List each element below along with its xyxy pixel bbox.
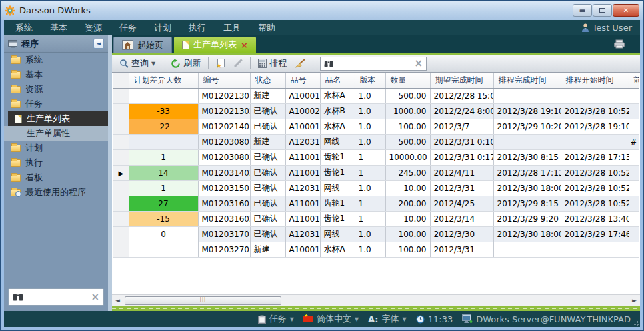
table-row[interactable]: 1M012031501已确认A12031网线1.010.002012/3/312…	[113, 180, 639, 196]
printer-icon[interactable]	[613, 39, 625, 49]
cell[interactable]	[129, 88, 198, 103]
cell[interactable]	[629, 242, 639, 257]
cell[interactable]: 已确认	[250, 226, 285, 242]
cell[interactable]: 2012/3/29 8:15	[493, 196, 561, 211]
cell[interactable]: 1	[355, 196, 385, 211]
sidebar-item-3[interactable]: 任务	[4, 97, 108, 111]
cell[interactable]	[493, 88, 561, 103]
table-row[interactable]: M012032701新建A10001水杯A1.0100.002012/3/31	[113, 242, 639, 257]
cell[interactable]: 1	[355, 149, 385, 165]
cell[interactable]: 水杯A	[320, 242, 355, 257]
menu-item-2[interactable]: 资源	[76, 23, 111, 33]
query-dropdown-icon[interactable]: ▼	[151, 61, 155, 67]
maximize-button[interactable]	[593, 4, 612, 17]
statusbar-font-menu[interactable]: A: 字体 ▼	[368, 313, 407, 325]
cell[interactable]: 2012/2/24 8:00	[430, 103, 493, 119]
row-selector[interactable]: ▶	[113, 165, 129, 180]
cell[interactable]: 水杯A	[320, 119, 355, 134]
cell[interactable]: 2012/3/29 10:20	[493, 119, 561, 134]
row-selector[interactable]	[113, 149, 129, 165]
cell[interactable]	[629, 88, 639, 103]
cell[interactable]: A11001	[285, 196, 320, 211]
tab-0[interactable]: 起始页	[113, 37, 172, 53]
grid-search-clear-icon[interactable]: ×	[415, 59, 423, 69]
menu-item-6[interactable]: 工具	[215, 23, 249, 33]
cell[interactable]: 1.0	[355, 119, 385, 134]
column-header-1[interactable]: 编号	[198, 73, 250, 88]
edit-button[interactable]	[231, 57, 245, 69]
cell[interactable]: 100.00	[385, 119, 430, 134]
cell[interactable]: 500.00	[385, 88, 430, 103]
cell[interactable]: 0	[129, 226, 198, 242]
cell[interactable]	[629, 119, 639, 134]
cell[interactable]	[629, 165, 639, 180]
cell[interactable]: 14	[129, 165, 198, 180]
cell[interactable]: 已确认	[250, 103, 285, 119]
cell[interactable]: A10001	[285, 242, 320, 257]
menu-item-0[interactable]: 系统	[7, 23, 41, 33]
table-row[interactable]: M012030801新建A12031网线1.0500.002012/3/31 0…	[113, 134, 639, 149]
column-header-3[interactable]: 品号	[285, 73, 320, 88]
row-selector[interactable]	[113, 119, 129, 134]
cell[interactable]: 2012/4/25	[430, 196, 493, 211]
cell[interactable]: 2012/3/29 17:46	[561, 226, 629, 242]
cell[interactable]: 齿轮1	[320, 196, 355, 211]
cell[interactable]: 2012/3/28 17:13	[493, 165, 561, 180]
cell[interactable]: 已确认	[250, 211, 285, 226]
cell[interactable]: 1.0	[355, 134, 385, 149]
cell[interactable]: 100.00	[385, 242, 430, 257]
cell[interactable]: 2012/3/28 19:10	[561, 119, 629, 134]
sidebar-item-5[interactable]: 生产单属性	[4, 126, 108, 141]
cell[interactable]: M012030801	[198, 134, 250, 149]
menu-item-1[interactable]: 基本	[41, 23, 76, 33]
cell[interactable]: 2012/3/30 18:00	[493, 180, 561, 196]
statusbar-language-menu[interactable]: 简体中文 ▼	[303, 313, 359, 325]
cell[interactable]: A10002	[285, 103, 320, 119]
schedule-button[interactable]: 排程	[256, 56, 289, 71]
cell[interactable]: M012021301	[198, 88, 250, 103]
cell[interactable]: 齿轮1	[320, 149, 355, 165]
new-button[interactable]: ★	[214, 57, 227, 70]
row-selector[interactable]	[113, 196, 129, 211]
table-row[interactable]: 27M012031601已确认A11001齿轮11200.002012/4/25…	[113, 196, 639, 211]
cell[interactable]: -33	[129, 103, 198, 119]
sidebar-item-8[interactable]: 看板	[4, 170, 108, 185]
cell[interactable]: 2012/3/14	[430, 211, 493, 226]
cell[interactable]	[629, 196, 639, 211]
cell[interactable]: 2012/3/30 8:15	[493, 149, 561, 165]
cell[interactable]: A12031	[285, 226, 320, 242]
cell[interactable]: 水杯B	[320, 103, 355, 119]
cell[interactable]: 新建	[250, 242, 285, 257]
table-row[interactable]: ▶14M012031402已确认A11001齿轮11245.002012/4/1…	[113, 165, 639, 180]
cell[interactable]: M012032701	[198, 242, 250, 257]
cell[interactable]: 网线	[320, 134, 355, 149]
cell[interactable]	[493, 134, 561, 149]
cell[interactable]: M012031601	[198, 196, 250, 211]
row-selector[interactable]	[113, 180, 129, 196]
cell[interactable]: -15	[129, 211, 198, 226]
column-header-8[interactable]: 排程完成时间	[493, 73, 561, 88]
cell[interactable]: A11001	[285, 149, 320, 165]
menu-item-4[interactable]: 计划	[145, 23, 180, 33]
row-selector[interactable]	[113, 211, 129, 226]
scrollbar-thumb[interactable]	[125, 296, 281, 305]
table-row[interactable]: -22M012021401已确认A10001水杯A1.0100.002012/3…	[113, 119, 639, 134]
row-selector[interactable]	[113, 242, 129, 257]
cell[interactable]: 已确认	[250, 165, 285, 180]
cell[interactable]: 齿轮1	[320, 165, 355, 180]
logged-in-user[interactable]: Test User	[581, 23, 637, 33]
cell[interactable]	[629, 103, 639, 119]
scroll-left-icon[interactable]: ◄	[112, 295, 123, 306]
cell[interactable]	[493, 242, 561, 257]
cell[interactable]: A11001	[285, 211, 320, 226]
cell[interactable]: 新建	[250, 134, 285, 149]
cell[interactable]: M012021302	[198, 103, 250, 119]
cell[interactable]: 10.00	[385, 180, 430, 196]
cell[interactable]: M012021401	[198, 119, 250, 134]
table-row[interactable]: -33M012021302已确认A10002水杯B1.01000.002012/…	[113, 103, 639, 119]
cell[interactable]: A12031	[285, 134, 320, 149]
cell[interactable]: 网线	[320, 180, 355, 196]
sidebar-item-6[interactable]: 计划	[4, 141, 108, 155]
sidebar-collapse-button[interactable]: ◄	[93, 39, 104, 49]
tab-close-icon[interactable]: ×	[241, 41, 248, 49]
